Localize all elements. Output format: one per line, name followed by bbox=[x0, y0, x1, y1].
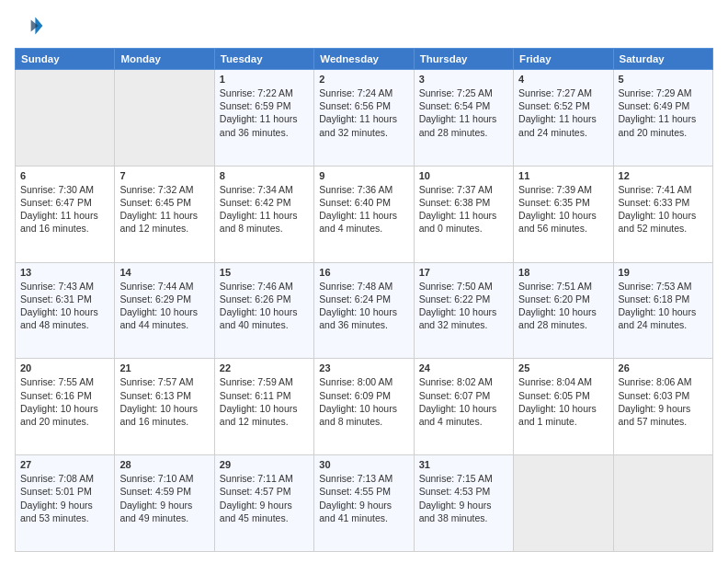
calendar-cell: 15Sunrise: 7:46 AMSunset: 6:26 PMDayligh… bbox=[214, 262, 313, 359]
day-info-line: and 41 minutes. bbox=[319, 511, 408, 524]
calendar-cell: 26Sunrise: 8:06 AMSunset: 6:03 PMDayligh… bbox=[613, 359, 712, 455]
calendar-cell: 11Sunrise: 7:39 AMSunset: 6:35 PMDayligh… bbox=[514, 166, 613, 262]
weekday-header-tuesday: Tuesday bbox=[214, 49, 313, 70]
calendar-cell bbox=[514, 455, 613, 552]
calendar-cell: 18Sunrise: 7:51 AMSunset: 6:20 PMDayligh… bbox=[514, 262, 613, 359]
day-number: 26 bbox=[619, 362, 708, 373]
calendar-cell: 7Sunrise: 7:32 AMSunset: 6:45 PMDaylight… bbox=[115, 166, 214, 262]
day-info-line: Sunset: 6:54 PM bbox=[419, 99, 508, 112]
day-info-line: Daylight: 9 hours bbox=[20, 499, 109, 511]
day-number: 25 bbox=[518, 362, 608, 373]
day-info-line: Sunrise: 7:15 AM bbox=[419, 472, 508, 485]
calendar-cell: 9Sunrise: 7:36 AMSunset: 6:40 PMDaylight… bbox=[314, 166, 414, 262]
day-number: 3 bbox=[419, 74, 508, 85]
day-info-line: Daylight: 10 hours bbox=[518, 305, 608, 318]
day-info-line: Daylight: 10 hours bbox=[319, 402, 408, 415]
day-info-line: and 4 minutes. bbox=[319, 222, 408, 235]
day-info-line: and 56 minutes. bbox=[518, 222, 608, 235]
day-info-line: and 28 minutes. bbox=[518, 318, 608, 331]
calendar-cell: 10Sunrise: 7:37 AMSunset: 6:38 PMDayligh… bbox=[414, 166, 513, 262]
day-info-line: and 1 minute. bbox=[518, 415, 608, 428]
day-info-line: Sunrise: 8:02 AM bbox=[419, 375, 508, 388]
day-info-line: Sunset: 6:35 PM bbox=[518, 196, 608, 209]
calendar-cell: 5Sunrise: 7:29 AMSunset: 6:49 PMDaylight… bbox=[613, 70, 712, 167]
calendar-week-3: 13Sunrise: 7:43 AMSunset: 6:31 PMDayligh… bbox=[16, 262, 713, 359]
calendar-cell: 22Sunrise: 7:59 AMSunset: 6:11 PMDayligh… bbox=[214, 359, 313, 455]
day-info-line: Sunrise: 7:13 AM bbox=[319, 472, 408, 485]
day-info-line: Sunrise: 7:29 AM bbox=[619, 86, 708, 99]
day-info-line: Sunrise: 7:48 AM bbox=[319, 280, 408, 293]
day-info-line: Daylight: 11 hours bbox=[419, 112, 508, 125]
day-number: 15 bbox=[220, 267, 309, 278]
day-info-line: and 16 minutes. bbox=[20, 222, 109, 235]
day-number: 24 bbox=[419, 362, 508, 373]
day-number: 14 bbox=[119, 267, 209, 278]
calendar-cell: 30Sunrise: 7:13 AMSunset: 4:55 PMDayligh… bbox=[314, 455, 414, 552]
day-info-line: Sunset: 6:52 PM bbox=[518, 99, 608, 112]
calendar-week-4: 20Sunrise: 7:55 AMSunset: 6:16 PMDayligh… bbox=[16, 359, 713, 455]
calendar-cell bbox=[16, 70, 115, 167]
day-info-line: Sunset: 6:24 PM bbox=[319, 293, 408, 305]
weekday-header-wednesday: Wednesday bbox=[314, 49, 414, 70]
day-number: 11 bbox=[518, 170, 608, 181]
day-number: 1 bbox=[220, 74, 309, 85]
calendar-cell: 12Sunrise: 7:41 AMSunset: 6:33 PMDayligh… bbox=[613, 166, 712, 262]
day-info-line: Daylight: 11 hours bbox=[220, 209, 309, 222]
day-number: 9 bbox=[319, 170, 408, 181]
day-info-line: Sunset: 6:40 PM bbox=[319, 196, 408, 209]
day-info-line: Daylight: 10 hours bbox=[220, 402, 309, 415]
day-info-line: and 36 minutes. bbox=[319, 318, 408, 331]
day-info-line: Sunset: 4:53 PM bbox=[419, 485, 508, 498]
day-number: 28 bbox=[119, 459, 209, 470]
day-info-line: Daylight: 11 hours bbox=[20, 209, 109, 222]
day-info-line: Sunset: 6:31 PM bbox=[20, 293, 109, 305]
day-info-line: Sunrise: 7:50 AM bbox=[419, 280, 508, 293]
day-info-line: and 57 minutes. bbox=[619, 415, 708, 428]
day-info-line: Sunrise: 7:55 AM bbox=[20, 375, 109, 388]
day-info-line: Daylight: 10 hours bbox=[20, 305, 109, 318]
day-info-line: Sunset: 6:07 PM bbox=[419, 389, 508, 402]
day-info-line: Sunset: 6:47 PM bbox=[20, 196, 109, 209]
day-info-line: Daylight: 10 hours bbox=[419, 402, 508, 415]
calendar-cell: 2Sunrise: 7:24 AMSunset: 6:56 PMDaylight… bbox=[314, 70, 414, 167]
day-info-line: Daylight: 11 hours bbox=[119, 209, 209, 222]
day-info-line: Sunrise: 7:11 AM bbox=[220, 472, 309, 485]
day-info-line: Sunset: 6:38 PM bbox=[419, 196, 508, 209]
day-number: 27 bbox=[20, 459, 109, 470]
day-info-line: and 8 minutes. bbox=[220, 222, 309, 235]
day-info-line: Sunrise: 7:43 AM bbox=[20, 280, 109, 293]
day-number: 7 bbox=[119, 170, 209, 181]
day-info-line: Daylight: 11 hours bbox=[220, 112, 309, 125]
day-info-line: Sunset: 6:33 PM bbox=[619, 196, 708, 209]
day-info-line: and 38 minutes. bbox=[419, 511, 508, 524]
calendar-cell: 29Sunrise: 7:11 AMSunset: 4:57 PMDayligh… bbox=[214, 455, 313, 552]
day-number: 22 bbox=[220, 362, 309, 373]
day-info-line: and 28 minutes. bbox=[419, 126, 508, 139]
calendar-cell: 20Sunrise: 7:55 AMSunset: 6:16 PMDayligh… bbox=[16, 359, 115, 455]
calendar-cell: 23Sunrise: 8:00 AMSunset: 6:09 PMDayligh… bbox=[314, 359, 414, 455]
day-info-line: Sunrise: 7:27 AM bbox=[518, 86, 608, 99]
day-info-line: Sunset: 6:05 PM bbox=[518, 389, 608, 402]
calendar-cell: 13Sunrise: 7:43 AMSunset: 6:31 PMDayligh… bbox=[16, 262, 115, 359]
day-number: 12 bbox=[619, 170, 708, 181]
calendar-cell: 24Sunrise: 8:02 AMSunset: 6:07 PMDayligh… bbox=[414, 359, 513, 455]
calendar-week-2: 6Sunrise: 7:30 AMSunset: 6:47 PMDaylight… bbox=[16, 166, 713, 262]
day-info-line: Sunrise: 7:25 AM bbox=[419, 86, 508, 99]
day-info-line: and 36 minutes. bbox=[220, 126, 309, 139]
day-number: 4 bbox=[518, 74, 608, 85]
day-info-line: and 20 minutes. bbox=[619, 126, 708, 139]
logo bbox=[15, 11, 48, 40]
calendar-cell: 16Sunrise: 7:48 AMSunset: 6:24 PMDayligh… bbox=[314, 262, 414, 359]
calendar-cell: 17Sunrise: 7:50 AMSunset: 6:22 PMDayligh… bbox=[414, 262, 513, 359]
calendar-cell: 4Sunrise: 7:27 AMSunset: 6:52 PMDaylight… bbox=[514, 70, 613, 167]
weekday-header-friday: Friday bbox=[514, 49, 613, 70]
day-info-line: Sunset: 6:45 PM bbox=[119, 196, 209, 209]
day-info-line: and 24 minutes. bbox=[619, 318, 708, 331]
calendar-body: 1Sunrise: 7:22 AMSunset: 6:59 PMDaylight… bbox=[16, 70, 713, 552]
day-number: 18 bbox=[518, 267, 608, 278]
day-number: 21 bbox=[119, 362, 209, 373]
day-info-line: Sunrise: 7:46 AM bbox=[220, 280, 309, 293]
day-info-line: Sunrise: 7:30 AM bbox=[20, 183, 109, 196]
day-number: 5 bbox=[619, 74, 708, 85]
day-number: 31 bbox=[419, 459, 508, 470]
